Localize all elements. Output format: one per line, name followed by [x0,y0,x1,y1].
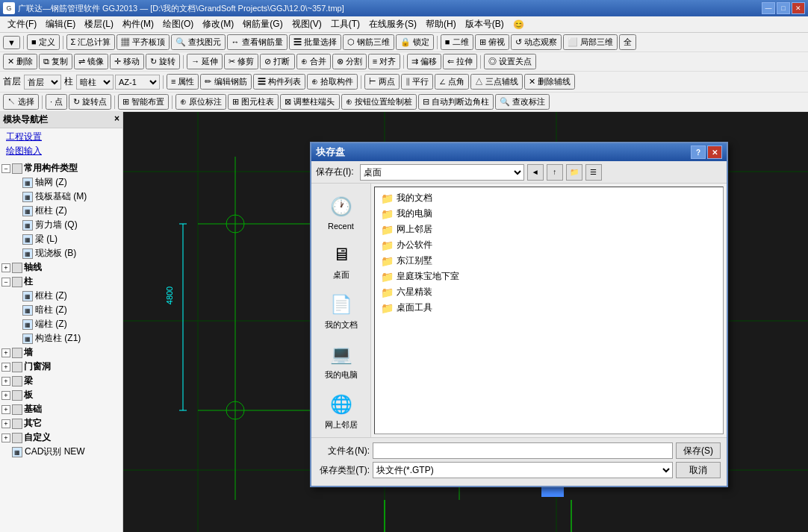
view-btn[interactable]: ☰ [585,164,602,181]
type-select[interactable]: 暗柱 [76,75,114,90]
tree-item-8[interactable]: −柱 [0,275,122,289]
auto-corner-col-btn[interactable]: ⊟ 自动判断边角柱 [418,94,494,110]
find-element-btn[interactable]: 🔍 查找图元 [171,34,226,50]
menu-item-10[interactable]: 帮助(H) [421,16,461,32]
three-point-btn[interactable]: △ 三点辅线 [470,74,523,90]
minimize-btn[interactable]: — [762,2,775,14]
toolbar-dropdown-btn[interactable]: ▼ [3,36,20,49]
nav-item-0[interactable]: 🕐Recent [315,190,367,234]
filetype-select[interactable]: 块文件(*.GTP) [373,462,673,478]
nav-item-1[interactable]: 🖥桌面 [315,237,367,284]
expand-icon-14[interactable]: + [1,363,10,372]
menu-item-8[interactable]: 工具(T) [326,16,364,32]
query-mark-btn[interactable]: 🔍 查改标注 [495,94,550,110]
tree-item-19[interactable]: +自定义 [0,431,122,445]
draw-pile-btn[interactable]: ⊕ 按钮位置绘制桩 [341,94,417,110]
adj-col-head-btn[interactable]: ⊠ 调整柱端头 [280,94,339,110]
align-slab-btn[interactable]: ▦ 平齐板顶 [116,34,169,50]
del-aux-btn[interactable]: ✕ 删除辅线 [524,74,575,90]
close-btn[interactable]: ✕ [792,2,805,14]
expand-icon-7[interactable]: + [1,263,10,272]
back-btn[interactable]: ◄ [527,164,544,181]
cancel-button[interactable]: 取消 [676,462,721,478]
floor-select[interactable]: 首层 [24,75,61,90]
extend-btn[interactable]: → 延伸 [187,54,223,69]
stretch-btn[interactable]: ⇐ 拉伸 [443,54,477,69]
expand-icon-8[interactable]: − [1,278,10,287]
menu-item-2[interactable]: 楼层(L) [80,16,118,32]
batch-select-btn[interactable]: ☰ 批量选择 [289,34,341,50]
tree-item-10[interactable]: ▦暗柱 (Z) [0,303,122,317]
menu-item-0[interactable]: 文件(F) [3,16,41,32]
file-item-5[interactable]: 📁皇庭珠宝地下室 [378,269,720,284]
tree-item-3[interactable]: ▦框柱 (Z) [0,204,122,218]
orig-mark-btn[interactable]: ⊕ 原位标注 [175,94,226,110]
tree-item-1[interactable]: ▦轴网 (Z) [0,175,122,190]
pick-component-btn[interactable]: ⊕ 拾取构件 [307,74,358,90]
tree-item-20[interactable]: ▦CAD识别 NEW [0,445,122,459]
align-btn[interactable]: ≡ 对齐 [368,54,400,69]
tree-item-16[interactable]: +板 [0,388,122,402]
col-id-select[interactable]: AZ-1 [115,75,160,90]
rotate-point-btn[interactable]: ↻ 旋转点 [69,94,111,110]
edit-rebar-btn[interactable]: ✏ 编辑钢筋 [200,74,251,90]
menu-item-7[interactable]: 视图(V) [288,16,326,32]
project-settings-link[interactable]: 工程设置 [3,130,119,144]
file-item-2[interactable]: 📁网上邻居 [378,222,720,237]
tree-item-17[interactable]: +基础 [0,402,122,416]
tree-item-14[interactable]: +门窗洞 [0,360,122,374]
tree-item-11[interactable]: ▦端柱 (Z) [0,317,122,331]
file-item-4[interactable]: 📁东江别墅 [378,253,720,269]
tree-item-7[interactable]: +轴线 [0,260,122,275]
split-btn[interactable]: ⊗ 分割 [332,54,367,69]
menu-item-6[interactable]: 钢筋量(G) [238,16,287,32]
set-anchor-btn[interactable]: ◎ 设置关点 [484,54,536,69]
menu-item-12[interactable]: 😊 [509,18,529,31]
tree-item-5[interactable]: ▦梁 (L) [0,232,122,246]
filename-input[interactable] [373,442,673,459]
maximize-btn[interactable]: □ [777,2,790,14]
save-button[interactable]: 保存(S) [676,442,721,459]
col-table-btn[interactable]: ⊞ 图元柱表 [228,94,279,110]
expand-icon-0[interactable]: − [1,164,10,173]
move-btn[interactable]: ✛ 移动 [110,54,144,69]
menu-item-1[interactable]: 编辑(E) [41,16,80,32]
file-item-3[interactable]: 📁办公软件 [378,237,720,253]
trim-btn[interactable]: ✂ 修剪 [224,54,258,69]
rebar-3d-btn[interactable]: ⬡ 钢筋三维 [343,34,394,50]
expand-icon-13[interactable]: + [1,348,10,357]
drawing-area[interactable]: B A 4800 → 块存盘 ? ✕ 保存在(I): 桌面 ◄ ↑ [123,112,808,532]
angle-point-btn[interactable]: ∠ 点角 [435,74,469,90]
expand-icon-16[interactable]: + [1,391,10,400]
smart-layout-btn[interactable]: ⊞ 智能布置 [118,94,169,110]
component-list-btn[interactable]: ☰ 构件列表 [253,74,305,90]
nav-item-3[interactable]: 💻我的电脑 [315,337,367,384]
expand-icon-18[interactable]: + [1,419,10,428]
file-item-7[interactable]: 📁桌面工具 [378,300,720,316]
view-rebar-btn[interactable]: ↔ 查看钢筋量 [227,34,288,50]
rotate-btn[interactable]: ↻ 旋转 [146,54,180,69]
file-item-0[interactable]: 📁我的文档 [378,190,720,206]
top-view-btn[interactable]: ⊞ 俯视 [475,34,509,50]
parallel-btn[interactable]: ∥ 平行 [401,74,433,90]
new-folder-btn[interactable]: 📁 [566,164,582,181]
offset-btn[interactable]: ⇉ 偏移 [407,54,441,69]
menu-item-4[interactable]: 绘图(O) [158,16,198,32]
file-item-6[interactable]: 📁六星精装 [378,284,720,300]
nav-item-2[interactable]: 📄我的文档 [315,287,367,334]
merge-btn[interactable]: ⊕ 合并 [296,54,331,69]
menu-item-3[interactable]: 构件(M) [118,16,158,32]
tree-item-15[interactable]: +梁 [0,374,122,388]
full-btn[interactable]: 全 [619,34,636,50]
menu-item-9[interactable]: 在线服务(S) [364,16,421,32]
menu-item-5[interactable]: 修改(M) [198,16,238,32]
define-btn[interactable]: ■ 定义 [27,34,60,50]
tree-item-12[interactable]: ▦构造柱 (Z1) [0,331,122,345]
summary-calc-btn[interactable]: Σ 汇总计算 [66,34,116,50]
break-btn[interactable]: ⊘ 打断 [260,54,294,69]
property-btn[interactable]: ≡ 属性 [167,74,199,90]
file-item-1[interactable]: 📁我的电脑 [378,206,720,222]
local-3d-btn[interactable]: ⬜ 局部三维 [563,34,618,50]
expand-icon-17[interactable]: + [1,405,10,414]
tree-item-4[interactable]: ▦剪力墙 (Q) [0,218,122,232]
